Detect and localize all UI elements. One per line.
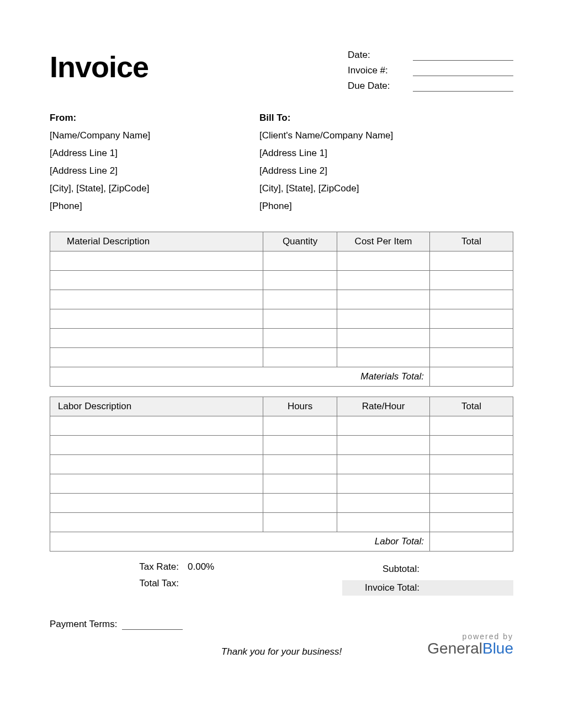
tax-rate-label: Tax Rate: xyxy=(50,561,188,572)
labor-rate-header: Rate/Hour xyxy=(337,397,430,416)
materials-header-row: Material Description Quantity Cost Per I… xyxy=(50,232,513,251)
footer-row: Thank you for your business! powered by … xyxy=(50,632,513,657)
labor-hours-header: Hours xyxy=(263,397,337,416)
from-phone: [Phone] xyxy=(50,201,259,212)
generalblue-logo: GeneralBlue xyxy=(392,640,513,657)
labor-subtotal-label: Labor Total: xyxy=(50,532,430,552)
labor-row[interactable] xyxy=(50,513,513,532)
total-tax-row: Total Tax: xyxy=(50,578,259,589)
materials-subtotal-label: Materials Total: xyxy=(50,367,430,387)
total-tax-label: Total Tax: xyxy=(50,578,188,589)
materials-row[interactable] xyxy=(50,290,513,309)
date-label: Date: xyxy=(348,50,408,61)
thank-you-message: Thank you for your business! xyxy=(171,636,392,657)
billto-name: [Client's Name/Company Name] xyxy=(259,130,469,141)
invoice-title: Invoice xyxy=(50,50,148,84)
materials-qty-header: Quantity xyxy=(263,232,337,251)
labor-subtotal-row: Labor Total: xyxy=(50,532,513,552)
materials-subtotal-value xyxy=(429,367,513,387)
materials-row[interactable] xyxy=(50,329,513,348)
subtotal-row: Subtotal: xyxy=(342,561,513,577)
from-address1: [Address Line 1] xyxy=(50,148,259,159)
materials-row[interactable] xyxy=(50,309,513,329)
invoice-num-label: Invoice #: xyxy=(348,65,408,76)
labor-header-row: Labor Description Hours Rate/Hour Total xyxy=(50,397,513,416)
billto-phone: [Phone] xyxy=(259,201,469,212)
due-date-input-line[interactable] xyxy=(413,81,513,92)
tax-block: Tax Rate: 0.00% Total Tax: xyxy=(50,561,259,599)
meta-due-date-row: Due Date: xyxy=(348,81,513,92)
logo-general-text: General xyxy=(427,640,482,657)
from-address2: [Address Line 2] xyxy=(50,165,259,176)
materials-subtotal-row: Materials Total: xyxy=(50,367,513,387)
labor-row[interactable] xyxy=(50,494,513,513)
due-date-label: Due Date: xyxy=(348,81,408,92)
header-row: Invoice Date: Invoice #: Due Date: xyxy=(50,50,513,96)
billto-address2: [Address Line 2] xyxy=(259,165,469,176)
materials-cost-header: Cost Per Item xyxy=(337,232,430,251)
payment-terms-row: Payment Terms: xyxy=(50,619,513,630)
summary-block: Subtotal: Invoice Total: xyxy=(342,561,513,599)
payment-terms-label: Payment Terms: xyxy=(50,619,118,630)
labor-desc-header: Labor Description xyxy=(50,397,263,416)
labor-row[interactable] xyxy=(50,416,513,436)
materials-row[interactable] xyxy=(50,271,513,290)
payment-terms-input-line[interactable] xyxy=(122,619,183,630)
labor-row[interactable] xyxy=(50,455,513,474)
meta-fields: Date: Invoice #: Due Date: xyxy=(348,50,513,96)
from-name: [Name/Company Name] xyxy=(50,130,259,141)
powered-by-block: powered by GeneralBlue xyxy=(392,632,513,657)
labor-row[interactable] xyxy=(50,436,513,455)
materials-table: Material Description Quantity Cost Per I… xyxy=(50,232,513,387)
invoice-num-input-line[interactable] xyxy=(413,65,513,76)
labor-row[interactable] xyxy=(50,474,513,494)
from-city-state-zip: [City], [State], [ZipCode] xyxy=(50,183,259,194)
date-input-line[interactable] xyxy=(413,50,513,61)
logo-blue-text: Blue xyxy=(482,640,513,657)
totals-area: Tax Rate: 0.00% Total Tax: Subtotal: Inv… xyxy=(50,561,513,599)
labor-total-header: Total xyxy=(429,397,513,416)
subtotal-label: Subtotal: xyxy=(348,564,419,575)
invoice-total-label: Invoice Total: xyxy=(348,582,419,593)
billto-block: Bill To: [Client's Name/Company Name] [A… xyxy=(259,113,469,218)
billto-heading: Bill To: xyxy=(259,113,469,124)
from-block: From: [Name/Company Name] [Address Line … xyxy=(50,113,259,218)
meta-date-row: Date: xyxy=(348,50,513,61)
meta-invoice-num-row: Invoice #: xyxy=(348,65,513,76)
materials-row[interactable] xyxy=(50,251,513,271)
billto-address1: [Address Line 1] xyxy=(259,148,469,159)
tax-rate-row: Tax Rate: 0.00% xyxy=(50,561,259,572)
materials-row[interactable] xyxy=(50,348,513,367)
labor-table: Labor Description Hours Rate/Hour Total … xyxy=(50,397,513,552)
labor-subtotal-value xyxy=(429,532,513,552)
invoice-total-row: Invoice Total: xyxy=(342,580,513,596)
tax-rate-value: 0.00% xyxy=(188,561,237,572)
billto-city-state-zip: [City], [State], [ZipCode] xyxy=(259,183,469,194)
materials-desc-header: Material Description xyxy=(50,232,263,251)
addresses-row: From: [Name/Company Name] [Address Line … xyxy=(50,113,513,218)
materials-total-header: Total xyxy=(429,232,513,251)
from-heading: From: xyxy=(50,113,259,124)
